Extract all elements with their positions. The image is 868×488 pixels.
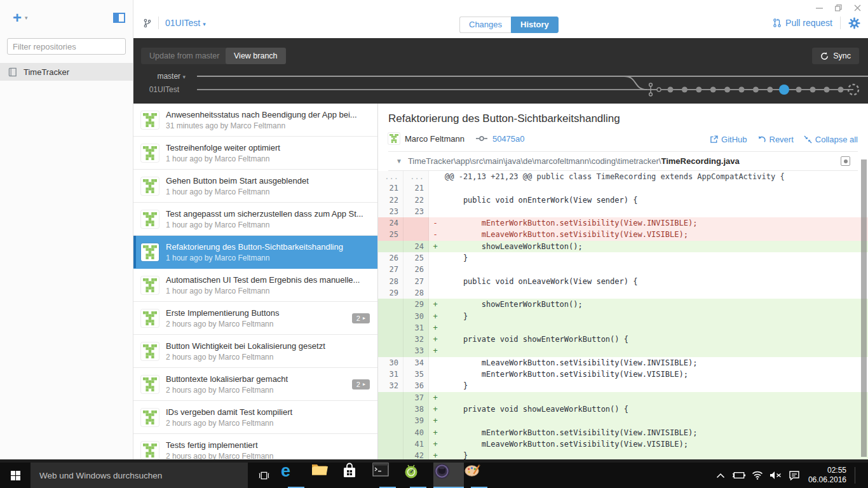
diff-new-line-number: 28 xyxy=(403,287,429,299)
taskbar-app-android-studio[interactable] xyxy=(403,463,433,488)
commit-dot[interactable] xyxy=(739,87,745,93)
tray-expand-button[interactable] xyxy=(714,463,728,488)
clock-date: 06.06.2016 xyxy=(808,475,846,485)
file-modified-icon xyxy=(841,156,850,166)
tab-history[interactable]: History xyxy=(511,17,559,33)
commit-title: Automatischen UI Test dem Ergebnis des m… xyxy=(166,274,370,286)
window-restore-button[interactable] xyxy=(834,4,843,11)
diff-row: 27 26 xyxy=(378,264,868,275)
window-close-button[interactable] xyxy=(853,4,862,11)
commit-meta: 1 hour ago by Marco Feltmann xyxy=(166,154,370,164)
commit-list-item[interactable]: Test angepasst um sicherzustellen dass z… xyxy=(133,203,377,236)
diff-row: 40 + mEnterWorkButton.setVisibility(View… xyxy=(378,427,868,438)
diff-new-line-number: 33 xyxy=(403,345,429,356)
diff-row: 39 + xyxy=(378,415,868,426)
taskbar-search[interactable] xyxy=(31,463,248,488)
start-button[interactable] xyxy=(0,463,31,488)
commit-list-item[interactable]: Testreihenfolge weiter optimiert 1 hour … xyxy=(133,137,377,170)
diff-row: 33 + xyxy=(378,345,868,356)
window-minimize-button[interactable] xyxy=(815,4,824,11)
commit-dot[interactable] xyxy=(767,87,773,93)
tray-volume[interactable] xyxy=(769,463,783,488)
diff-old-line-number: ... xyxy=(378,171,403,182)
taskbar-app-github-desktop[interactable] xyxy=(433,463,464,488)
diff-content: ... ... @@ -21,13 +21,23 @@ public class… xyxy=(378,171,868,459)
taskbar-app-command-prompt[interactable] xyxy=(372,463,403,488)
graph-fork-curve xyxy=(624,76,647,90)
commit-detail-title: Refaktorierung des Button-Sichtbarkeitsh… xyxy=(388,111,858,126)
settings-button[interactable] xyxy=(848,17,860,29)
show-desktop-button[interactable] xyxy=(860,463,863,488)
collapse-file-icon[interactable]: ▼ xyxy=(396,158,402,165)
taskbar-app-edge[interactable]: e xyxy=(281,463,311,488)
commit-meta: 1 hour ago by Marco Feltmann xyxy=(166,253,370,263)
commit-count-badge[interactable]: 2 ▸ xyxy=(352,379,370,390)
commit-list-item[interactable]: Tests fertig implementiert 2 hours ago b… xyxy=(133,434,377,459)
diff-old-line-number: 30 xyxy=(378,357,403,369)
revert-commit-link[interactable]: Revert xyxy=(757,135,794,144)
commit-dot[interactable] xyxy=(682,87,688,93)
branch-selector[interactable]: 01UITest▾ xyxy=(165,17,206,29)
commit-list-item[interactable]: Buttontexte lokalisierbar gemacht 2 hour… xyxy=(133,368,377,401)
commit-list-item[interactable]: Refaktorierung des Button-Sichtbarkeitsh… xyxy=(133,236,377,269)
tray-battery[interactable] xyxy=(732,463,746,488)
window-controls xyxy=(815,4,862,11)
diff-sign: - xyxy=(429,229,442,240)
diff-code xyxy=(442,182,868,194)
taskbar-app-file-explorer[interactable] xyxy=(311,463,342,488)
diff-old-line-number: 32 xyxy=(378,380,403,391)
commit-graph[interactable] xyxy=(133,38,868,104)
commit-title: Anwesenheitsstatus nach Beendigung der A… xyxy=(166,109,370,121)
search-input[interactable] xyxy=(31,471,248,480)
tray-network[interactable] xyxy=(750,463,764,488)
diff-old-line-number xyxy=(378,438,403,450)
selected-commit-dot[interactable] xyxy=(779,85,789,95)
task-view-button[interactable] xyxy=(248,463,280,488)
commit-dot[interactable] xyxy=(810,87,816,93)
commit-dot[interactable] xyxy=(724,87,730,93)
commit-title: Gehen Button beim Start ausgeblendet xyxy=(166,175,370,187)
diff-row: 25 - mLeaveWorkButton.setVisibility(View… xyxy=(378,229,868,240)
diff-file-header[interactable]: ▼ TimeTracker\app\src\main\java\de\marco… xyxy=(388,151,858,171)
commit-list-item[interactable]: IDs vergeben damit Test kompiliert 2 hou… xyxy=(133,401,377,434)
commit-list-item[interactable]: Gehen Button beim Start ausgeblendet 1 h… xyxy=(133,170,377,203)
commit-sha-link[interactable]: 50475a0 xyxy=(492,134,525,144)
commit-list-item[interactable]: Button Wichtigkeit bei Lokalisierung ges… xyxy=(133,335,377,368)
open-in-github-link[interactable]: GitHub xyxy=(710,135,747,144)
diff-row: 28 27 public void onLeaveWork(View sende… xyxy=(378,276,868,287)
add-repository-button[interactable]: + ▾ xyxy=(13,11,28,24)
diff-old-line-number: 29 xyxy=(378,287,403,299)
system-tray: 02:55 06.06.2016 xyxy=(714,463,863,488)
taskbar-clock[interactable]: 02:55 06.06.2016 xyxy=(806,466,850,485)
commit-dot[interactable] xyxy=(796,87,802,93)
commit-dot[interactable] xyxy=(668,87,674,93)
diff-new-line-number: 25 xyxy=(403,252,429,264)
diff-new-line-number: 29 xyxy=(403,299,429,310)
commit-dot[interactable] xyxy=(696,87,702,93)
diff-row: 42 + } xyxy=(378,450,868,459)
commit-count-badge[interactable]: 2 ▸ xyxy=(352,313,370,323)
filter-repositories-input[interactable] xyxy=(7,38,126,55)
commit-dot[interactable] xyxy=(838,87,844,93)
commit-dot[interactable] xyxy=(710,87,716,93)
tab-changes[interactable]: Changes xyxy=(459,17,511,33)
diff-new-line-number: 22 xyxy=(403,194,429,206)
diff-code: mLeaveWorkButton.setVisibility(View.INVI… xyxy=(442,357,868,369)
tray-action-center[interactable] xyxy=(787,463,801,488)
commit-dot[interactable] xyxy=(753,87,759,93)
toggle-sidebar-button[interactable] xyxy=(113,13,125,25)
pull-request-button[interactable]: Pull request xyxy=(773,18,832,28)
diff-row: 26 25 } xyxy=(378,252,868,264)
taskbar-app-paint[interactable] xyxy=(464,463,494,488)
commit-dot[interactable] xyxy=(824,87,830,93)
collapse-all-link[interactable]: Collapse all xyxy=(804,135,858,144)
commit-list-item[interactable]: Automatischen UI Test dem Ergebnis des m… xyxy=(133,269,377,302)
diff-row: 30 34 mLeaveWorkButton.setVisibility(Vie… xyxy=(378,357,868,369)
diff-sign: + xyxy=(429,241,442,252)
taskbar-app-windows-store[interactable] xyxy=(342,463,372,488)
commit-list-item[interactable]: Anwesenheitsstatus nach Beendigung der A… xyxy=(133,104,377,137)
commit-list-item[interactable]: Erste Implementierung Buttons 2 hours ag… xyxy=(133,302,377,335)
sidebar-item-repository[interactable]: TimeTracker xyxy=(0,63,133,81)
diff-scrollbar-thumb[interactable] xyxy=(861,159,867,457)
commit-dot-open[interactable] xyxy=(657,88,661,92)
